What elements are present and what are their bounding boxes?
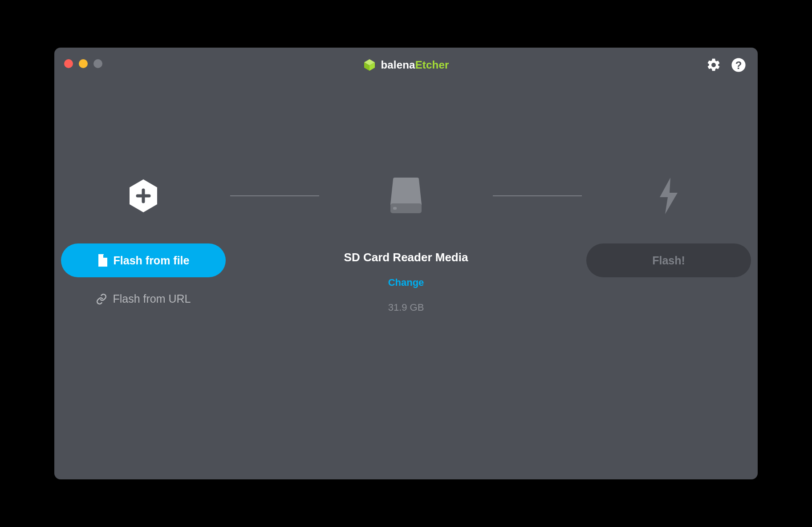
header-actions: ? (706, 57, 746, 73)
settings-button[interactable] (706, 57, 721, 73)
flash-from-url-button[interactable]: Flash from URL (96, 292, 191, 305)
flash-button-label: Flash! (652, 254, 685, 267)
step-source: Flash from file Flash from URL (57, 176, 230, 305)
svg-text:?: ? (735, 59, 742, 71)
link-icon (96, 293, 107, 305)
close-window-button[interactable] (64, 59, 73, 68)
svg-marker-10 (660, 178, 678, 214)
change-target-button[interactable]: Change (388, 277, 424, 288)
add-source-icon (128, 178, 159, 213)
flash-button[interactable]: Flash! (586, 243, 751, 277)
step-target: SD Card Reader Media Change 31.9 GB (319, 176, 493, 313)
titlebar: balenaEtcher ? (54, 48, 758, 82)
help-icon: ? (731, 57, 746, 73)
maximize-window-button[interactable] (93, 59, 102, 68)
app-brand: balenaEtcher (363, 58, 449, 72)
connector-line (493, 195, 582, 196)
main-content: Flash from file Flash from URL (54, 82, 758, 479)
connector-line (230, 195, 319, 196)
target-size: 31.9 GB (388, 302, 424, 313)
gear-icon (706, 57, 721, 73)
flash-icon (657, 177, 680, 215)
target-name: SD Card Reader Media (344, 251, 468, 264)
svg-rect-9 (393, 207, 397, 210)
flash-from-file-label: Flash from file (114, 254, 190, 267)
steps-row: Flash from file Flash from URL (57, 176, 755, 313)
minimize-window-button[interactable] (79, 59, 88, 68)
help-button[interactable]: ? (731, 57, 746, 73)
connector-2 (493, 176, 582, 216)
app-title: balenaEtcher (381, 59, 449, 71)
step-flash: Flash! (582, 176, 755, 277)
file-icon (97, 254, 107, 267)
app-window: balenaEtcher ? (54, 48, 758, 479)
window-controls (64, 59, 102, 68)
flash-from-url-label: Flash from URL (113, 292, 191, 305)
cube-logo-icon (363, 58, 376, 72)
connector-1 (230, 176, 319, 216)
drive-icon (389, 177, 423, 215)
flash-from-file-button[interactable]: Flash from file (61, 243, 226, 277)
